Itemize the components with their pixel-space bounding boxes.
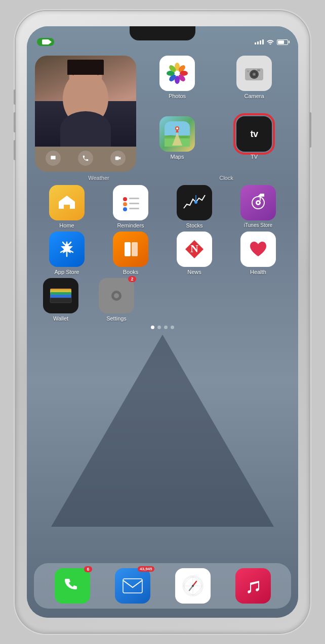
top-row: Photos <box>35 56 290 172</box>
facetime-indicator <box>37 38 54 46</box>
app-stocks[interactable]: Stocks <box>177 185 212 228</box>
home-icon <box>49 185 85 220</box>
widget-label-row: Weather Clock <box>35 175 290 181</box>
dock-phone[interactable]: 6 <box>55 568 90 604</box>
app-maps[interactable]: Maps <box>141 116 213 172</box>
dock-safari[interactable] <box>175 568 211 604</box>
app-home[interactable]: Home <box>49 185 85 228</box>
tv-label: TV <box>251 154 258 160</box>
svg-point-31 <box>257 202 259 204</box>
svg-rect-50 <box>120 289 124 293</box>
camera-label: Camera <box>244 93 264 99</box>
svg-point-8 <box>175 71 180 76</box>
contact-photo <box>35 56 136 147</box>
appstore-label: App Store <box>55 269 79 275</box>
reminders-label: Reminders <box>117 222 144 228</box>
wifi-icon <box>266 38 274 46</box>
app-row-1: Home Reminders <box>35 185 290 228</box>
app-books[interactable]: Books <box>113 232 148 275</box>
app-row-2: App Store Books <box>35 232 290 275</box>
svg-rect-34 <box>132 242 138 256</box>
svg-text:N: N <box>190 242 198 255</box>
svg-point-42 <box>114 293 119 298</box>
dock-mail[interactable]: 43,945 <box>115 568 150 604</box>
books-label: Books <box>123 269 139 275</box>
status-left <box>37 38 54 46</box>
svg-point-14 <box>247 70 249 72</box>
photos-label: Photos <box>169 93 186 99</box>
svg-point-57 <box>192 585 194 587</box>
page-dots <box>35 326 290 329</box>
svg-rect-13 <box>257 69 260 71</box>
app-tv[interactable]: tv TV <box>218 116 290 172</box>
svg-rect-32 <box>260 194 264 197</box>
apps-area: Photos <box>27 52 298 329</box>
itunes-label: iTunes Store <box>244 222 272 228</box>
safari-icon <box>175 568 211 604</box>
maps-icon <box>159 116 195 152</box>
signal-icon <box>255 39 264 44</box>
dock: 6 43,945 <box>34 563 291 609</box>
itunes-icon <box>240 185 276 220</box>
svg-point-21 <box>123 197 127 201</box>
appstore-icon <box>49 232 85 267</box>
app-row-3: Wallet 2 <box>35 278 290 321</box>
svg-point-15 <box>253 73 255 75</box>
dot-3 <box>164 326 168 329</box>
volume-down-button[interactable] <box>14 140 16 160</box>
svg-rect-49 <box>108 298 112 302</box>
svg-rect-44 <box>115 301 117 305</box>
app-appstore[interactable]: App Store <box>49 232 85 275</box>
status-right <box>255 38 288 46</box>
phone-icon <box>55 568 90 604</box>
health-label: Health <box>250 269 266 275</box>
app-settings[interactable]: 2 <box>99 278 134 321</box>
settings-icon <box>99 278 134 313</box>
app-wallet[interactable]: Wallet <box>43 278 78 321</box>
home-label: Home <box>59 222 74 228</box>
music-icon <box>235 568 271 604</box>
contact-call[interactable] <box>78 151 93 166</box>
weather-label: Weather <box>73 175 124 181</box>
contact-actions <box>35 147 136 170</box>
reminders-icon <box>113 185 148 220</box>
svg-rect-43 <box>115 287 117 291</box>
silent-switch[interactable] <box>14 89 16 105</box>
clock-label: Clock <box>201 175 252 181</box>
stocks-label: Stocks <box>186 222 202 228</box>
power-button[interactable] <box>309 112 311 148</box>
dot-4 <box>171 326 174 329</box>
app-news[interactable]: N News <box>177 232 212 275</box>
volume-up-button[interactable] <box>14 112 16 132</box>
contact-message[interactable] <box>46 151 61 166</box>
svg-rect-26 <box>129 208 139 209</box>
news-icon: N <box>177 232 212 267</box>
app-health[interactable]: Health <box>240 232 276 275</box>
app-photos[interactable]: Photos <box>141 56 213 111</box>
app-itunes[interactable]: iTunes Store <box>240 185 276 228</box>
books-icon <box>113 232 148 267</box>
svg-rect-45 <box>107 295 111 297</box>
notch <box>130 26 195 40</box>
battery-icon <box>277 39 288 45</box>
svg-rect-47 <box>108 289 112 293</box>
svg-rect-40 <box>50 298 71 303</box>
svg-rect-33 <box>125 242 131 256</box>
settings-badge: 2 <box>128 276 136 282</box>
svg-rect-52 <box>123 579 142 593</box>
svg-rect-46 <box>121 295 126 297</box>
phone-screen: Photos <box>27 26 298 618</box>
health-icon <box>240 232 276 267</box>
app-camera[interactable]: Camera <box>218 56 290 111</box>
svg-point-23 <box>123 202 127 206</box>
contact-video[interactable] <box>110 151 126 166</box>
maps-label: Maps <box>171 154 184 160</box>
dot-1 <box>151 326 154 329</box>
svg-rect-22 <box>129 198 139 199</box>
app-reminders[interactable]: Reminders <box>113 185 148 228</box>
dock-music[interactable] <box>235 568 271 604</box>
contact-widget[interactable] <box>35 56 136 172</box>
svg-rect-24 <box>129 203 139 204</box>
facetime-icon <box>42 39 49 44</box>
settings-label: Settings <box>106 315 127 321</box>
